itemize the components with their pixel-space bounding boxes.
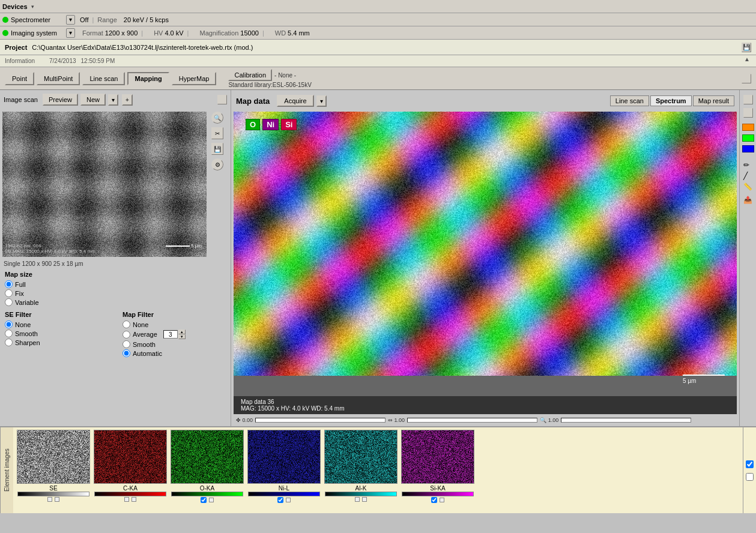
map-data-label: Map data (236, 97, 270, 106)
colorbar-ni-controls (277, 497, 291, 503)
project-save-btn[interactable]: 💾 (742, 43, 751, 52)
thumb-si-label: Si-KA (430, 485, 446, 492)
info-label: Information (5, 58, 35, 64)
element-item-o: O-KA (171, 430, 244, 503)
new-button[interactable]: New (80, 94, 106, 106)
thumb-ni[interactable] (247, 430, 321, 484)
project-label: Project (5, 44, 27, 51)
thumb-ni-label: Ni-L (279, 485, 289, 492)
colorbar-si-check[interactable] (431, 497, 437, 503)
new-dropdown-btn[interactable]: ▾ (108, 94, 118, 106)
color-scale-icon3[interactable] (742, 145, 754, 152)
map-average[interactable]: Average ▲ ▼ (122, 330, 226, 339)
element-tag-o: O (246, 119, 260, 130)
thumb-se-label: SE (49, 485, 57, 492)
pencil-icon[interactable]: ✏ (743, 161, 752, 169)
right-icon-1[interactable] (743, 95, 753, 104)
map-size-options: Full Fix Variable (5, 280, 226, 306)
colorbar-o-check[interactable] (201, 497, 207, 503)
color-scale-icon2[interactable] (742, 134, 754, 142)
project-path: C:\Quantax User\Edx\Data\E13\o130724t.lj… (32, 44, 253, 51)
acquire-dropdown-btn[interactable]: ▾ (316, 95, 327, 107)
map-size-fix[interactable]: Fix (5, 289, 226, 297)
image-scan-add-btn[interactable]: + (122, 94, 133, 106)
hv-label: HV (154, 29, 163, 37)
colorbar-se-controls (47, 497, 59, 502)
bottom-right-controls (743, 427, 756, 513)
project-bar: Project C:\Quantax User\Edx\Data\E13\o13… (0, 40, 756, 55)
map-tabs: Line scan Spectrum Map result (610, 95, 734, 106)
sem-canvas (2, 112, 207, 257)
devices-dropdown-arrow[interactable]: ▾ (31, 4, 34, 10)
toolbar-settings-btn[interactable] (742, 74, 751, 83)
map-none[interactable]: None (122, 321, 226, 328)
spinbox-arrows: ▲ ▼ (178, 330, 186, 339)
zoom-icon[interactable]: 🔍 (211, 112, 223, 124)
colorbar-si (402, 492, 474, 496)
multipoint-button[interactable]: MultiPoint (37, 72, 80, 85)
measure-icon[interactable]: 📏 (743, 182, 752, 191)
imaging-system-row: Imaging system ▾ Format 1200 x 900 | HV … (0, 26, 756, 40)
element-item-al: Al-K (324, 430, 398, 502)
map-smooth[interactable]: Smooth (122, 340, 226, 348)
thumb-o[interactable] (171, 430, 244, 484)
line-scan-button[interactable]: Line scan (82, 72, 125, 85)
wd-label: WD (275, 29, 286, 37)
map-scale-text: 5 µm (683, 378, 696, 384)
info-date: 7/24/2013 (49, 58, 76, 64)
image-scan-settings-btn[interactable] (217, 95, 227, 104)
bottom-check2[interactable] (746, 473, 754, 481)
imaging-dropdown-btn[interactable]: ▾ (66, 28, 75, 38)
hscroll-left[interactable] (255, 418, 386, 423)
filter-value-input[interactable] (163, 330, 178, 339)
info-row: Information 7/24/2013 12:50:59 PM ▲ (0, 55, 756, 67)
bottom-check1[interactable] (746, 460, 754, 468)
thumb-si[interactable] (401, 430, 474, 484)
map-size-variable[interactable]: Variable (5, 298, 226, 306)
save-image-icon[interactable]: 💾 (211, 143, 223, 155)
magnification-value: 15000 (240, 29, 259, 37)
thumb-al[interactable] (324, 430, 398, 484)
tab-spectrum[interactable]: Spectrum (650, 95, 692, 106)
element-item-si: Si-KA (401, 430, 474, 503)
format-value: 1200 x 900 (105, 29, 138, 37)
sem-image-container: 1342-h2-pol_004 SE MAG: 15000 x HV: 4.0 … (0, 109, 209, 259)
color-scale-icon[interactable] (742, 124, 754, 131)
crop-icon[interactable]: ✂ (211, 127, 223, 139)
spinbox-down[interactable]: ▼ (178, 334, 186, 339)
hscroll-mid[interactable] (407, 418, 537, 423)
colorbar-o-controls (201, 497, 214, 503)
se-sharpen[interactable]: Sharpen (5, 339, 108, 346)
se-none[interactable]: None (5, 321, 108, 328)
mapping-button[interactable]: Mapping (127, 72, 169, 85)
hypermap-button[interactable]: HyperMap (172, 72, 217, 85)
spinbox-up[interactable]: ▲ (178, 330, 186, 334)
export-icon[interactable]: 📤 (743, 196, 752, 204)
colorbar-ni-check[interactable] (277, 497, 283, 503)
map-size-full[interactable]: Full (5, 280, 226, 288)
map-size-label: Map size (5, 271, 226, 278)
acquire-button[interactable]: Acquire (277, 95, 313, 107)
info-scrollbar[interactable]: ▲ (744, 56, 751, 66)
calibration-button[interactable]: Calibration (228, 69, 272, 81)
preview-button[interactable]: Preview (43, 94, 78, 106)
point-button[interactable]: Point (5, 72, 34, 85)
devices-bar: Devices ▾ (0, 0, 756, 13)
devices-label: Devices (2, 3, 28, 10)
map-automatic[interactable]: Automatic (122, 349, 226, 357)
tab-map-result[interactable]: Map result (693, 95, 734, 106)
thumb-c[interactable] (94, 430, 167, 484)
se-smooth[interactable]: Smooth (5, 330, 108, 337)
spectrometer-dropdown-btn[interactable]: ▾ (66, 15, 75, 25)
thumb-c-label: C-KA (123, 485, 138, 492)
map-size-section: Map size Full Fix Variable (0, 268, 231, 309)
colorbar-se (17, 492, 89, 496)
right-icon-2[interactable] (743, 108, 753, 118)
line-icon[interactable]: ╱ (743, 172, 752, 180)
tab-line-scan[interactable]: Line scan (610, 95, 649, 106)
magnification-label: Magnification (199, 29, 238, 37)
thumb-se[interactable] (17, 430, 90, 484)
left-panel-settings-icon[interactable]: ⚙ (211, 158, 223, 170)
hscroll-right[interactable] (561, 418, 691, 423)
se-filter-col: SE Filter None Smooth Sharpen (5, 311, 108, 357)
